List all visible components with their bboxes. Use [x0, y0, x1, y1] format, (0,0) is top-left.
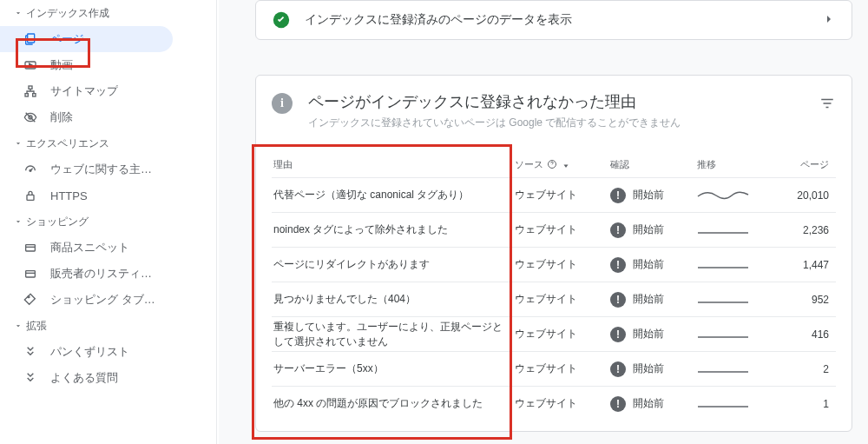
status-dot-icon: ! [610, 396, 626, 412]
cell-reason: 重複しています。ユーザーにより、正規ページとして選択されていません [272, 320, 515, 349]
cell-reason: 代替ページ（適切な canonical タグあり） [272, 188, 515, 202]
sidebar-section-label: インデックス作成 [26, 6, 109, 21]
cell-pages: 416 [766, 328, 829, 341]
svg-rect-2 [29, 86, 32, 89]
th-source[interactable]: ソース [515, 158, 610, 171]
cell-pages: 1 [766, 398, 829, 410]
main: インデックスに登録済みのページのデータを表示 i ページがインデックスに登録され… [219, 0, 868, 444]
sidebar-item-label: 削除 [50, 109, 73, 125]
table-row[interactable]: ページにリダイレクトがありますウェブサイト!開始前1,447 [272, 247, 836, 282]
cell-source: ウェブサイト [515, 327, 610, 341]
sidebar-section-label: エクスペリエンス [26, 136, 109, 151]
price-icon [23, 292, 38, 308]
sidebar-item-label: よくある質問 [50, 370, 118, 386]
cell-source: ウェブサイト [515, 396, 610, 411]
sidebar-item-pages[interactable]: ページ [0, 26, 173, 52]
table-row[interactable]: 見つかりませんでした（404）ウェブサイト!開始前952 [272, 282, 836, 316]
cell-confirm: !開始前 [610, 257, 697, 273]
table-row[interactable]: サーバーエラー（5xx）ウェブサイト!開始前2 [272, 351, 836, 386]
status-dot-icon: ! [610, 257, 626, 273]
cell-trend [697, 188, 766, 203]
sort-desc-icon[interactable] [561, 159, 571, 171]
sidebar-section-header[interactable]: ショッピング [0, 209, 216, 235]
cell-confirm: !開始前 [610, 327, 697, 342]
cell-reason: 他の 4xx の問題が原因でブロックされました [272, 396, 515, 411]
table-row[interactable]: noindex タグによって除外されましたウェブサイト!開始前2,236 [272, 212, 836, 247]
th-pages[interactable]: ページ [766, 158, 829, 171]
sidebar-item-label: ページ [50, 31, 84, 47]
cell-trend [697, 396, 766, 412]
filter-button[interactable] [815, 91, 839, 116]
cell-pages: 952 [766, 294, 829, 306]
sidebar-section-header[interactable]: 拡張 [0, 313, 216, 339]
sidebar-section-header[interactable]: インデックス作成 [0, 0, 216, 26]
cell-reason: noindex タグによって除外されました [272, 222, 515, 237]
svg-rect-3 [25, 94, 28, 96]
card-subtitle: インデックスに登録されていないページは Google で配信することができません [308, 116, 681, 130]
sidebar-item-videos[interactable]: 動画 [0, 52, 173, 78]
sidebar-item-breadcrumb[interactable]: パンくずリスト [0, 339, 173, 365]
sidebar-section-label: ショッピング [26, 215, 89, 229]
sidebar: インデックス作成ページ動画サイトマップ削除エクスペリエンスウェブに関する主な指標… [0, 0, 217, 444]
th-trend[interactable]: 推移 [697, 158, 766, 171]
sidebar-section-label: 拡張 [26, 319, 47, 334]
sidebar-item-label: HTTPS [50, 189, 88, 202]
th-confirm[interactable]: 確認 [610, 158, 697, 171]
sidebar-section-header[interactable]: エクスペリエンス [0, 130, 216, 156]
cell-trend [697, 361, 766, 377]
sidebar-item-removals[interactable]: 削除 [0, 104, 173, 130]
cell-trend [697, 222, 766, 238]
svg-point-6 [30, 169, 31, 171]
svg-rect-8 [26, 245, 36, 251]
not-indexed-reasons-card: i ページがインデックスに登録されなかった理由 インデックスに登録されていないペ… [255, 75, 852, 432]
status-dot-icon: ! [610, 327, 626, 342]
cell-source: ウェブサイト [515, 361, 610, 376]
status-dot-icon: ! [610, 222, 626, 238]
sidebar-item-shoptab[interactable]: ショッピング タブのリス… [0, 287, 173, 313]
svg-rect-9 [26, 271, 36, 277]
cell-trend [697, 257, 766, 273]
sidebar-item-label: ショッピング タブのリス… [50, 292, 161, 308]
info-icon: i [272, 93, 293, 114]
sidebar-item-mlist[interactable]: 販売者のリスティング [0, 261, 173, 287]
table-row[interactable]: 重複しています。ユーザーにより、正規ページとして選択されていませんウェブサイト!… [272, 316, 836, 351]
check-circle-icon [272, 10, 291, 30]
video-icon [23, 57, 38, 73]
cell-pages: 2,236 [766, 224, 829, 236]
sidebar-item-label: ウェブに関する主な指標 [50, 162, 161, 177]
sidebar-item-faq[interactable]: よくある質問 [0, 365, 173, 391]
table-row[interactable]: 代替ページ（適切な canonical タグあり）ウェブサイト!開始前20,01… [272, 177, 836, 212]
sidebar-item-https[interactable]: HTTPS [0, 182, 173, 209]
card-title: ページがインデックスに登録されなかった理由 [308, 91, 681, 112]
help-icon[interactable] [547, 159, 557, 171]
cell-confirm: !開始前 [610, 188, 697, 203]
chevron-right-icon [822, 12, 836, 29]
eye-off-icon [23, 109, 38, 125]
cell-source: ウェブサイト [515, 188, 610, 202]
svg-rect-0 [28, 34, 35, 43]
table-row[interactable]: 他の 4xx の問題が原因でブロックされましたウェブサイト!開始前1 [272, 386, 836, 421]
sidebar-item-label: サイトマップ [50, 83, 118, 99]
sidebar-item-label: 商品スニペット [50, 240, 129, 255]
sidebar-item-label: 動画 [50, 57, 73, 73]
cell-trend [697, 292, 766, 308]
sidebar-item-cwv[interactable]: ウェブに関する主な指標 [0, 156, 173, 182]
reasons-table: 理由 ソース 確認 推移 ページ 代替ページ（適切な canonical タグあ… [272, 153, 836, 421]
status-dot-icon: ! [610, 292, 626, 308]
store-icon [23, 266, 38, 282]
cell-trend [697, 327, 766, 342]
th-reason[interactable]: 理由 [272, 158, 515, 171]
caret-down-icon [12, 321, 24, 330]
sitemap-icon [23, 83, 38, 99]
sidebar-item-snippets[interactable]: 商品スニペット [0, 235, 173, 261]
svg-rect-4 [33, 94, 36, 96]
caret-down-icon [12, 9, 24, 17]
svg-point-10 [28, 296, 30, 298]
caret-down-icon [12, 217, 24, 226]
cell-confirm: !開始前 [610, 396, 697, 412]
indexed-pages-banner[interactable]: インデックスに登録済みのページのデータを表示 [255, 0, 852, 40]
lock-icon [23, 188, 38, 203]
sidebar-item-sitemaps[interactable]: サイトマップ [0, 78, 173, 104]
tag-icon [23, 240, 38, 255]
cell-reason: 見つかりませんでした（404） [272, 292, 515, 307]
